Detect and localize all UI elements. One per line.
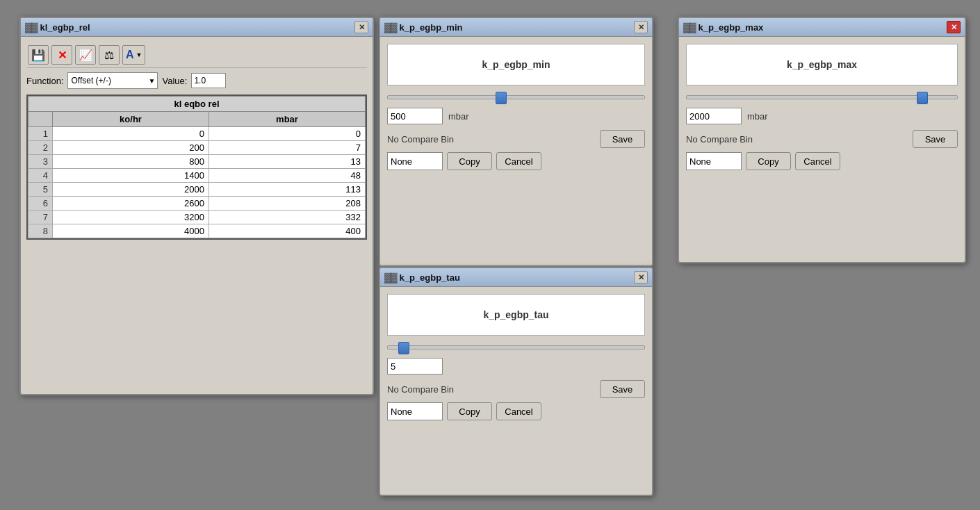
close-toolbar-button[interactable]: ✕: [51, 45, 72, 65]
text-toolbar-dropdown[interactable]: A ▼: [122, 45, 145, 65]
kl-body: 💾 ✕ 📈 ⚖ A ▼ Function: Offset (+/-) ▼ Val…: [21, 37, 373, 245]
kp-max-title-left: k_p_egbp_max: [683, 22, 763, 33]
row-num-cell: 4: [28, 169, 53, 183]
kp-tau-close-button[interactable]: ✕: [634, 271, 648, 283]
col-num-header: [28, 112, 53, 127]
kp-tau-value-row: [387, 358, 645, 375]
value-input[interactable]: [191, 73, 226, 88]
kp-min-slider-track[interactable]: [387, 95, 645, 99]
kp-max-save-button[interactable]: Save: [913, 130, 958, 148]
row-c1-cell[interactable]: 1400: [53, 169, 209, 183]
value-label: Value:: [162, 76, 187, 86]
kp-max-close-button[interactable]: ✕: [947, 21, 961, 33]
row-c2-cell[interactable]: 48: [209, 169, 366, 183]
kp-max-display: k_p_egbp_max: [686, 44, 958, 85]
kp-min-copy-button[interactable]: Copy: [447, 152, 492, 170]
function-select-wrapper[interactable]: Offset (+/-) ▼: [67, 72, 158, 89]
kp-min-display-text: k_p_egbp_min: [482, 59, 550, 70]
function-select[interactable]: Offset (+/-): [67, 72, 158, 89]
kp-tau-slider-container[interactable]: [387, 343, 645, 352]
kp-tau-action-row: Copy Cancel: [387, 402, 645, 420]
kp-max-window-title: k_p_egbp_max: [698, 22, 763, 33]
kp-tau-save-button[interactable]: Save: [600, 380, 645, 398]
table-row: 100: [28, 127, 366, 141]
kp-tau-window-title: k_p_egbp_tau: [399, 272, 459, 283]
table-row: 22007: [28, 141, 366, 155]
row-c1-cell[interactable]: 2000: [53, 183, 209, 197]
kp-tau-window: k_p_egbp_tau ✕ k_p_egbp_tau No Compare B…: [379, 267, 653, 496]
row-c2-cell[interactable]: 113: [209, 183, 366, 197]
kp-tau-value-input[interactable]: [387, 358, 443, 375]
kp-min-window-icon: [384, 22, 395, 33]
row-c2-cell[interactable]: 13: [209, 155, 366, 169]
kp-max-slider-thumb[interactable]: [917, 92, 928, 104]
kp-max-titlebar: k_p_egbp_max ✕: [679, 18, 965, 37]
kp-max-body: k_p_egbp_max mbar No Compare Bin Save Co…: [679, 37, 965, 177]
kp-tau-display: k_p_egbp_tau: [387, 294, 645, 336]
function-label: Function:: [26, 76, 63, 86]
row-num-cell: 2: [28, 141, 53, 155]
kp-min-slider-thumb[interactable]: [496, 92, 507, 104]
kp-max-slider-container[interactable]: [686, 92, 958, 102]
kp-max-display-text: k_p_egbp_max: [787, 59, 857, 70]
row-c2-cell[interactable]: 7: [209, 141, 366, 155]
row-num-cell: 5: [28, 183, 53, 197]
row-c1-cell[interactable]: 3200: [53, 211, 209, 224]
row-c1-cell[interactable]: 200: [53, 141, 209, 155]
chart-toolbar-button[interactable]: 📈: [75, 45, 96, 65]
kp-min-cancel-button[interactable]: Cancel: [496, 152, 541, 170]
kp-min-compare-label: No Compare Bin: [387, 134, 454, 145]
kp-tau-cancel-button[interactable]: Cancel: [496, 402, 541, 420]
kp-tau-window-icon: [384, 272, 395, 283]
row-num-cell: 8: [28, 224, 53, 238]
kp-min-value-row: mbar: [387, 108, 645, 124]
row-c1-cell[interactable]: 800: [53, 155, 209, 169]
kl-close-button[interactable]: ✕: [354, 21, 368, 33]
kl-toolbar: 💾 ✕ 📈 ⚖ A ▼: [26, 42, 367, 68]
row-c2-cell[interactable]: 0: [209, 127, 366, 141]
kp-max-unit: mbar: [747, 111, 768, 122]
scale-toolbar-button[interactable]: ⚖: [99, 45, 120, 65]
kp-min-close-button[interactable]: ✕: [634, 21, 648, 33]
row-c1-cell[interactable]: 4000: [53, 224, 209, 238]
row-num-cell: 7: [28, 211, 53, 224]
kp-max-value-row: mbar: [686, 108, 958, 124]
row-num-cell: 3: [28, 155, 53, 169]
kp-max-copy-button[interactable]: Copy: [746, 152, 791, 170]
kp-max-window-icon: [683, 22, 694, 33]
table-row: 84000400: [28, 224, 366, 238]
kp-tau-slider-track[interactable]: [387, 345, 645, 349]
kp-tau-copy-button[interactable]: Copy: [447, 402, 492, 420]
kp-tau-compare-label: No Compare Bin: [387, 384, 454, 395]
kp-min-titlebar: k_p_egbp_min ✕: [380, 18, 652, 37]
kl-window-title: kl_egbp_rel: [40, 22, 90, 33]
row-c1-cell[interactable]: 2600: [53, 197, 209, 211]
save-toolbar-button[interactable]: 💾: [28, 45, 49, 65]
kp-min-save-button[interactable]: Save: [600, 130, 645, 148]
kp-max-compare-save-row: No Compare Bin Save: [686, 130, 958, 148]
row-c2-cell[interactable]: 332: [209, 211, 366, 224]
kl-window-icon: [25, 22, 36, 33]
table-row: 4140048: [28, 169, 366, 183]
row-c2-cell[interactable]: 208: [209, 197, 366, 211]
kp-tau-slider-thumb[interactable]: [398, 342, 409, 354]
kp-max-slider-track[interactable]: [686, 95, 958, 99]
table-main-header: kl eqbo rel: [28, 97, 366, 112]
text-icon: A: [126, 49, 134, 61]
row-num-cell: 1: [28, 127, 53, 141]
kp-min-compare-save-row: No Compare Bin Save: [387, 130, 645, 148]
kp-tau-titlebar: k_p_egbp_tau ✕: [380, 268, 652, 287]
kp-min-value-input[interactable]: [387, 108, 443, 124]
row-c2-cell[interactable]: 400: [209, 224, 366, 238]
kp-min-title-left: k_p_egbp_min: [384, 22, 462, 33]
row-c1-cell[interactable]: 0: [53, 127, 209, 141]
kp-max-cancel-button[interactable]: Cancel: [795, 152, 840, 170]
kp-min-none-input[interactable]: [387, 152, 443, 170]
kl-titlebar: kl_egbp_rel ✕: [21, 18, 373, 37]
kp-min-slider-container[interactable]: [387, 92, 645, 102]
kp-max-none-input[interactable]: [686, 152, 742, 170]
kl-data-table: kl eqbo rel ko/hr mbar 10022007380013414…: [28, 96, 366, 238]
kp-tau-none-input[interactable]: [387, 402, 443, 420]
kp-max-value-input[interactable]: [686, 108, 742, 124]
function-row: Function: Offset (+/-) ▼ Value:: [26, 72, 367, 89]
